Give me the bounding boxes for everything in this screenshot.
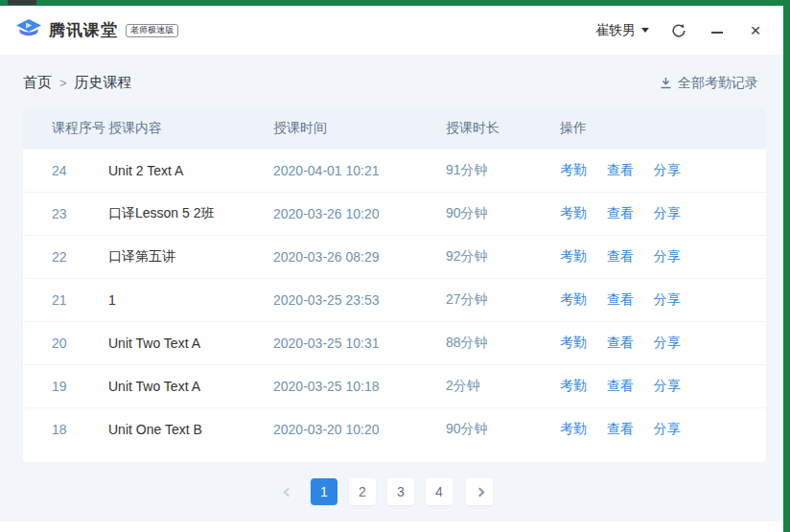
title-bar: 腾讯课堂 老师极速版 崔轶男 × — [0, 6, 783, 55]
minimize-button[interactable] — [709, 22, 726, 39]
caret-down-icon — [641, 28, 649, 33]
download-icon — [660, 77, 672, 89]
all-attendance-records-label: 全部考勤记录 — [678, 75, 758, 92]
view-link[interactable]: 查看 — [607, 162, 634, 177]
view-link[interactable]: 查看 — [607, 291, 634, 307]
cell-course-no: 20 — [23, 321, 108, 364]
all-attendance-records-link[interactable]: 全部考勤记录 — [660, 75, 758, 92]
header-duration: 授课时长 — [446, 108, 560, 149]
view-link[interactable]: 查看 — [607, 248, 634, 264]
header-course-no: 课程序号 — [23, 108, 108, 149]
breadcrumb-separator: > — [59, 76, 67, 90]
cell-content: 1 — [108, 278, 273, 321]
background-window-fragment — [8, 0, 36, 5]
user-name: 崔轶男 — [595, 22, 636, 39]
app-title: 腾讯课堂 — [49, 19, 118, 41]
cell-actions: 考勤 查看 分享 — [560, 149, 766, 192]
cell-content: Unit Two Text A — [108, 321, 273, 364]
cell-time: 2020-03-26 08:29 — [273, 235, 446, 278]
cell-duration: 92分钟 — [446, 235, 560, 278]
attendance-link[interactable]: 考勤 — [560, 378, 587, 393]
cell-duration: 2分钟 — [446, 364, 560, 407]
cell-actions: 考勤 查看 分享 — [560, 321, 766, 364]
share-link[interactable]: 分享 — [654, 291, 681, 307]
attendance-link[interactable]: 考勤 — [560, 335, 587, 350]
cell-duration: 90分钟 — [446, 407, 560, 451]
cell-time: 2020-03-26 10:20 — [273, 192, 446, 235]
page-button-3[interactable]: 3 — [387, 478, 414, 505]
share-link[interactable]: 分享 — [654, 162, 681, 177]
table-row: 19 Unit Two Text A 2020-03-25 10:18 2分钟 … — [23, 364, 766, 407]
cell-course-no: 21 — [23, 278, 108, 321]
share-link[interactable]: 分享 — [654, 378, 681, 393]
page-button-4[interactable]: 4 — [426, 478, 453, 505]
cell-time: 2020-03-25 10:31 — [273, 321, 446, 364]
cell-content: Unit Two Text A — [108, 364, 273, 407]
course-table-card: 课程序号 授课内容 授课时间 授课时长 操作 24 Unit 2 Text A … — [23, 108, 766, 462]
table-row: 23 口译Lesson 5 2班 2020-03-26 10:20 90分钟 考… — [23, 192, 766, 235]
cell-duration: 88分钟 — [446, 321, 560, 364]
table-row: 21 1 2020-03-25 23:53 27分钟 考勤 查看 分享 — [23, 278, 766, 321]
cell-actions: 考勤 查看 分享 — [560, 192, 766, 235]
cell-course-no: 22 — [23, 235, 108, 278]
close-icon: × — [750, 21, 760, 39]
view-link[interactable]: 查看 — [607, 378, 634, 393]
user-menu[interactable]: 崔轶男 — [595, 22, 649, 39]
table-row: 24 Unit 2 Text A 2020-04-01 10:21 91分钟 考… — [23, 149, 766, 192]
attendance-link[interactable]: 考勤 — [560, 205, 587, 220]
cell-course-no: 18 — [23, 407, 108, 451]
page-button-2[interactable]: 2 — [349, 478, 376, 505]
background-window-right-edge — [783, 0, 790, 532]
header-actions: 操作 — [560, 108, 766, 149]
refresh-icon — [671, 23, 686, 38]
table-row: 22 口译第五讲 2020-03-26 08:29 92分钟 考勤 查看 分享 — [23, 235, 766, 278]
cell-content: Unit One Text B — [108, 407, 273, 451]
table-row: 20 Unit Two Text A 2020-03-25 10:31 88分钟… — [23, 321, 766, 364]
cell-actions: 考勤 查看 分享 — [560, 278, 766, 321]
view-link[interactable]: 查看 — [607, 205, 634, 220]
course-table: 课程序号 授课内容 授课时间 授课时长 操作 24 Unit 2 Text A … — [23, 108, 766, 451]
cell-time: 2020-03-25 23:53 — [273, 278, 446, 321]
prev-page-button[interactable] — [285, 489, 291, 496]
cell-time: 2020-03-20 10:20 — [273, 407, 446, 451]
attendance-link[interactable]: 考勤 — [560, 421, 587, 436]
cell-actions: 考勤 查看 分享 — [560, 235, 766, 278]
next-page-button[interactable] — [466, 478, 493, 505]
attendance-link[interactable]: 考勤 — [560, 248, 587, 264]
view-link[interactable]: 查看 — [607, 421, 634, 436]
cell-course-no: 23 — [23, 192, 108, 235]
table-header-row: 课程序号 授课内容 授课时间 授课时长 操作 — [23, 108, 766, 149]
main-content: 首页 > 历史课程 全部考勤记录 课程序号 授课内容 授课时间 — [0, 55, 783, 521]
share-link[interactable]: 分享 — [654, 421, 681, 436]
share-link[interactable]: 分享 — [654, 248, 681, 264]
share-link[interactable]: 分享 — [654, 335, 681, 350]
table-row: 18 Unit One Text B 2020-03-20 10:20 90分钟… — [23, 407, 766, 451]
chevron-right-icon — [475, 487, 484, 497]
cell-actions: 考勤 查看 分享 — [560, 364, 766, 407]
breadcrumb-current: 历史课程 — [75, 74, 132, 92]
close-button[interactable]: × — [747, 22, 764, 39]
view-link[interactable]: 查看 — [607, 335, 634, 350]
table-body: 24 Unit 2 Text A 2020-04-01 10:21 91分钟 考… — [23, 149, 766, 451]
breadcrumb-home[interactable]: 首页 — [23, 74, 52, 92]
breadcrumb: 首页 > 历史课程 — [23, 74, 132, 92]
cell-duration: 90分钟 — [446, 192, 560, 235]
attendance-link[interactable]: 考勤 — [560, 162, 587, 177]
cell-content: 口译第五讲 — [108, 235, 273, 278]
attendance-link[interactable]: 考勤 — [560, 291, 587, 307]
cell-duration: 27分钟 — [446, 278, 560, 321]
share-link[interactable]: 分享 — [654, 205, 681, 220]
header-content: 授课内容 — [108, 108, 273, 149]
header-time: 授课时间 — [273, 108, 446, 149]
refresh-button[interactable] — [670, 22, 687, 39]
cell-content: 口译Lesson 5 2班 — [108, 192, 273, 235]
brand: 腾讯课堂 老师极速版 — [16, 19, 178, 41]
cell-course-no: 19 — [23, 364, 108, 407]
chevron-left-icon — [284, 487, 293, 497]
page-button-1[interactable]: 1 — [311, 478, 337, 505]
cell-actions: 考勤 查看 分享 — [560, 407, 766, 451]
cell-duration: 91分钟 — [446, 149, 560, 192]
pagination: 1 2 3 4 — [0, 478, 783, 505]
edition-badge: 老师极速版 — [126, 24, 178, 37]
app-window: 腾讯课堂 老师极速版 崔轶男 × 首页 — [0, 6, 783, 532]
